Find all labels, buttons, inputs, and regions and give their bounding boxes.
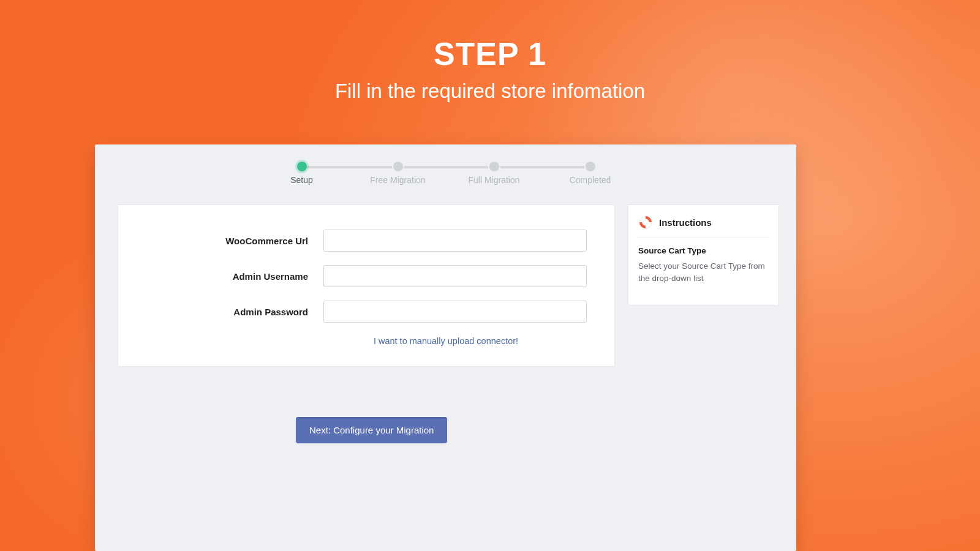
instructions-header: Instructions [638, 215, 769, 238]
wizard-card: Setup Free Migration Full Migration Comp… [95, 144, 796, 551]
svg-point-1 [643, 220, 648, 225]
instructions-title: Instructions [659, 217, 712, 228]
step-label: Free Migration [361, 175, 435, 185]
step-label: Setup [265, 175, 339, 185]
step-dot-icon [586, 162, 595, 171]
instructions-subtitle: Source Cart Type [638, 246, 769, 255]
label-password: Admin Password [143, 307, 323, 317]
input-admin-username[interactable] [323, 265, 587, 287]
stepper-line [302, 166, 590, 168]
step-completed[interactable]: Completed [554, 162, 627, 185]
input-admin-password[interactable] [323, 301, 587, 323]
step-full-migration[interactable]: Full Migration [458, 162, 531, 185]
step-dot-icon [297, 162, 307, 171]
link-manual-upload-connector[interactable]: I want to manually upload connector! [314, 336, 578, 346]
step-free-migration[interactable]: Free Migration [361, 162, 435, 185]
source-store-form: WooCommerce Url Admin Username Admin Pas… [118, 204, 615, 367]
step-label: Completed [554, 175, 627, 185]
lifebuoy-icon [638, 215, 653, 230]
row-url: WooCommerce Url [143, 230, 590, 252]
stepper-track: Setup Free Migration Full Migration Comp… [296, 162, 596, 186]
page-title: STEP 1 [0, 36, 980, 72]
step-setup[interactable]: Setup [265, 162, 339, 185]
step-label: Full Migration [458, 175, 531, 185]
row-password: Admin Password [143, 301, 590, 323]
row-username: Admin Username [143, 265, 590, 287]
instructions-body: Select your Source Cart Type from the dr… [638, 260, 769, 284]
instructions-panel: Instructions Source Cart Type Select you… [628, 204, 779, 305]
stepper: Setup Free Migration Full Migration Comp… [95, 162, 796, 186]
page-subtitle: Fill in the required store infomation [0, 80, 980, 103]
step-dot-icon [489, 162, 499, 171]
next-button[interactable]: Next: Configure your Migration [296, 417, 447, 443]
step-dot-icon [393, 162, 403, 171]
input-woocommerce-url[interactable] [323, 230, 587, 252]
label-url: WooCommerce Url [143, 236, 323, 246]
label-username: Admin Username [143, 271, 323, 282]
